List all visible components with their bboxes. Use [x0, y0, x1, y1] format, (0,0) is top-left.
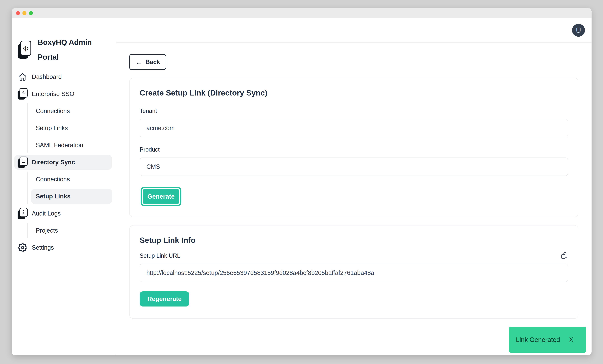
copy-icon[interactable]: [561, 252, 568, 259]
sso-document-icon: [18, 88, 28, 99]
product-input[interactable]: [140, 157, 568, 176]
toast-close-button[interactable]: X: [569, 336, 573, 343]
brand[interactable]: ‹|› BoxyHQ Admin Portal: [12, 35, 116, 65]
sidebar-item-dsync-setup-links[interactable]: Setup Links: [31, 189, 112, 204]
sidebar-subgroup-enterprise-sso: Connections Setup Links SAML Federation: [27, 103, 116, 153]
gear-icon: [18, 243, 28, 252]
generate-button[interactable]: Generate: [142, 188, 180, 205]
maximize-button[interactable]: [29, 11, 33, 15]
user-avatar[interactable]: U: [572, 24, 585, 37]
regenerate-button[interactable]: Regenerate: [140, 291, 189, 307]
sidebar-subgroup-audit-logs: Projects: [27, 223, 116, 238]
close-button[interactable]: [16, 11, 20, 15]
setup-link-url-label: Setup Link URL: [140, 252, 180, 259]
boxyhq-logo-icon: ‹|›: [18, 41, 31, 59]
sidebar-item-settings[interactable]: Settings: [12, 240, 116, 255]
top-header: U: [116, 18, 591, 43]
home-icon: [18, 72, 28, 81]
sidebar: ‹|› BoxyHQ Admin Portal Dashboard: [12, 18, 116, 355]
info-card-title: Setup Link Info: [140, 236, 568, 245]
setup-link-url-input[interactable]: [140, 264, 568, 282]
title-bar: [12, 8, 591, 18]
create-setup-link-card: Create Setup Link (Directory Sync) Tenan…: [129, 78, 578, 217]
sidebar-item-saml-federation[interactable]: SAML Federation: [28, 138, 116, 153]
sidebar-item-directory-sync[interactable]: Directory Sync: [14, 154, 112, 170]
tenant-input[interactable]: [140, 119, 568, 137]
sidebar-item-enterprise-sso[interactable]: Enterprise SSO: [12, 86, 116, 101]
brand-title: BoxyHQ Admin Portal: [38, 35, 92, 65]
minimize-button[interactable]: [23, 11, 26, 15]
sidebar-nav: Dashboard Enterprise SSO: [12, 69, 116, 255]
sidebar-subgroup-directory-sync: Connections Setup Links: [27, 172, 116, 204]
sidebar-item-sso-connections[interactable]: Connections: [28, 103, 116, 119]
toast-message: Link Generated: [516, 336, 560, 343]
tenant-label: Tenant: [140, 108, 568, 114]
sidebar-item-sso-setup-links[interactable]: Setup Links: [28, 121, 116, 136]
app-window: ‹|› BoxyHQ Admin Portal Dashboard: [12, 8, 591, 355]
toast-link-generated: Link Generated X: [509, 327, 586, 353]
product-label: Product: [140, 146, 568, 153]
back-button[interactable]: ← Back: [129, 54, 166, 70]
sidebar-item-dashboard[interactable]: Dashboard: [12, 69, 116, 84]
audit-logs-document-icon: [18, 208, 28, 219]
sidebar-item-audit-logs[interactable]: Audit Logs: [12, 206, 116, 221]
create-card-title: Create Setup Link (Directory Sync): [140, 88, 568, 97]
main-content: ← Back Create Setup Link (Directory Sync…: [116, 43, 591, 355]
back-arrow-icon: ←: [135, 58, 142, 66]
directory-sync-document-icon: [18, 156, 28, 168]
sidebar-item-projects[interactable]: Projects: [28, 223, 116, 238]
sidebar-item-dsync-connections[interactable]: Connections: [28, 172, 116, 187]
setup-link-info-card: Setup Link Info Setup Link URL Regen: [129, 225, 578, 319]
